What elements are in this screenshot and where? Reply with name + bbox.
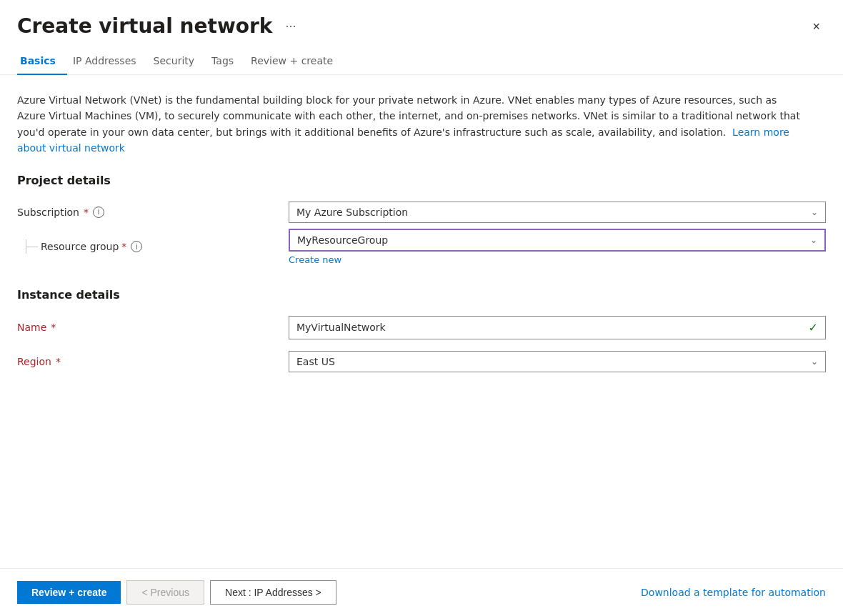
content-area: Azure Virtual Network (VNet) is the fund… <box>0 75 843 568</box>
region-chevron-icon: ⌄ <box>811 357 818 367</box>
region-input-col: East US ⌄ <box>289 351 826 372</box>
resource-group-select[interactable]: MyResourceGroup ⌄ <box>289 229 826 252</box>
dialog-title: Create virtual network <box>17 14 272 38</box>
create-new-link[interactable]: Create new <box>289 254 341 265</box>
region-select[interactable]: East US ⌄ <box>289 351 826 372</box>
title-area: Create virtual network ··· <box>17 14 300 38</box>
region-label-col: Region * <box>17 356 289 367</box>
resource-group-label-col: Resource group * i <box>17 239 289 254</box>
tab-basics[interactable]: Basics <box>17 49 67 75</box>
tab-review-create[interactable]: Review + create <box>248 49 344 75</box>
footer: Review + create < Previous Next : IP Add… <box>0 568 843 616</box>
subscription-row: Subscription * i My Azure Subscription ⌄ <box>17 202 826 223</box>
subscription-chevron-icon: ⌄ <box>811 207 818 217</box>
name-value: MyVirtualNetwork <box>296 322 386 333</box>
name-input-col: MyVirtualNetwork ✓ <box>289 316 826 339</box>
resource-group-info-icon[interactable]: i <box>131 241 142 252</box>
name-valid-icon: ✓ <box>809 321 818 334</box>
resource-group-input-col: MyResourceGroup ⌄ Create new <box>289 229 826 265</box>
name-required: * <box>51 322 56 333</box>
name-row: Name * MyVirtualNetwork ✓ <box>17 316 826 339</box>
name-input[interactable]: MyVirtualNetwork ✓ <box>289 316 826 339</box>
region-value: East US <box>296 356 335 367</box>
subscription-value: My Azure Subscription <box>296 207 408 218</box>
project-details-title: Project details <box>17 174 826 187</box>
name-label: Name <box>17 322 46 333</box>
tab-ip-addresses[interactable]: IP Addresses <box>70 49 148 75</box>
subscription-select[interactable]: My Azure Subscription ⌄ <box>289 202 826 223</box>
subscription-input-col: My Azure Subscription ⌄ <box>289 202 826 223</box>
tabs-bar: Basics IP Addresses Security Tags Review… <box>0 49 843 75</box>
instance-details-section: Instance details Name * MyVirtualNetwork… <box>17 288 826 372</box>
ellipsis-button[interactable]: ··· <box>281 17 300 35</box>
subscription-required: * <box>84 207 89 218</box>
next-button[interactable]: Next : IP Addresses > <box>210 580 336 605</box>
tab-security[interactable]: Security <box>151 49 206 75</box>
download-template-link[interactable]: Download a template for automation <box>641 587 826 598</box>
subscription-label-col: Subscription * i <box>17 207 289 218</box>
tab-tags[interactable]: Tags <box>209 49 245 75</box>
resource-group-required: * <box>121 241 126 252</box>
review-create-button[interactable]: Review + create <box>17 581 121 604</box>
subscription-info-icon[interactable]: i <box>93 207 104 218</box>
project-details-section: Project details Subscription * i My Azur… <box>17 174 826 265</box>
region-row: Region * East US ⌄ <box>17 351 826 372</box>
resource-group-row: Resource group * i MyResourceGroup ⌄ Cre… <box>17 229 826 265</box>
description-text: Azure Virtual Network (VNet) is the fund… <box>17 92 803 157</box>
close-button[interactable]: × <box>807 17 826 36</box>
instance-details-title: Instance details <box>17 288 826 302</box>
resource-group-label: Resource group <box>41 241 119 252</box>
resource-group-value: MyResourceGroup <box>297 234 388 246</box>
region-required: * <box>56 356 61 367</box>
dialog-header: Create virtual network ··· × <box>0 0 843 49</box>
resource-group-chevron-icon: ⌄ <box>810 235 817 245</box>
previous-button[interactable]: < Previous <box>126 580 204 605</box>
region-label: Region <box>17 356 51 367</box>
subscription-label: Subscription <box>17 207 79 218</box>
name-label-col: Name * <box>17 322 289 333</box>
